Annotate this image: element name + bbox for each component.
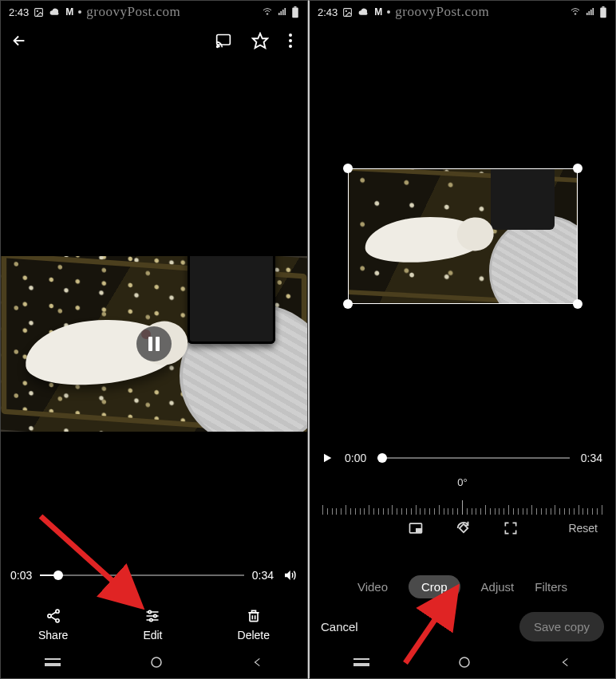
nav-home-icon[interactable] (149, 655, 164, 669)
tab-filters[interactable]: Filters (535, 580, 567, 594)
svg-rect-31 (593, 8, 594, 15)
signal-icon (585, 7, 596, 17)
pause-button[interactable] (136, 326, 172, 361)
time-total: 0:34 (581, 452, 602, 464)
crop-tool-row: Reset (310, 519, 615, 537)
aspect-ratio-icon[interactable] (407, 520, 424, 536)
svg-point-26 (346, 10, 347, 11)
svg-rect-25 (344, 8, 352, 16)
svg-line-24 (41, 516, 136, 602)
app-topbar (1, 23, 307, 58)
battery-icon (599, 6, 607, 18)
svg-rect-5 (282, 10, 284, 15)
screenshot-right: 2:43 M groovyPost.com (308, 0, 616, 679)
svg-rect-36 (416, 528, 422, 533)
edit-scrubber[interactable] (377, 457, 570, 459)
image-icon (342, 7, 353, 18)
svg-point-20 (150, 618, 152, 621)
share-label: Share (38, 629, 68, 641)
back-arrow-icon[interactable] (10, 32, 28, 49)
dot-icon (387, 10, 390, 14)
svg-point-14 (289, 45, 292, 48)
crop-frame[interactable] (348, 168, 578, 304)
svg-point-18 (148, 610, 151, 613)
svg-rect-33 (602, 6, 605, 8)
video-frame[interactable] (1, 256, 307, 432)
svg-point-27 (575, 14, 576, 15)
reset-button[interactable]: Reset (568, 522, 598, 535)
dot-icon (78, 10, 81, 14)
tab-adjust[interactable]: Adjust (481, 580, 515, 594)
cloud-icon (49, 7, 61, 18)
time-current: 0:00 (345, 452, 366, 464)
android-navbar (310, 646, 615, 678)
video-scrubber[interactable]: 0:03 0:34 (10, 568, 298, 582)
crop-handle-br[interactable] (573, 299, 582, 309)
crop-handle-tl[interactable] (343, 164, 353, 173)
svg-rect-30 (590, 10, 592, 15)
status-bar: 2:43 M groovyPost.com (310, 1, 615, 23)
watermark: groovyPost.com (395, 4, 489, 20)
svg-rect-21 (250, 613, 258, 622)
image-icon (34, 7, 44, 18)
tab-crop[interactable]: Crop (409, 575, 460, 598)
crop-handle-tr[interactable] (573, 164, 582, 173)
time-total: 0:34 (252, 569, 274, 582)
svg-point-2 (267, 14, 268, 15)
svg-rect-29 (589, 11, 590, 15)
android-navbar (1, 646, 307, 678)
tab-video[interactable]: Video (357, 580, 388, 594)
svg-rect-3 (278, 13, 280, 15)
delete-label: Delete (238, 629, 270, 641)
svg-point-38 (460, 657, 469, 667)
cast-icon[interactable] (215, 33, 232, 49)
svg-rect-28 (586, 13, 588, 15)
star-icon[interactable] (251, 32, 269, 49)
nav-recents-icon[interactable] (45, 658, 61, 666)
status-bar: 2:43 M groovyPost.com (1, 1, 307, 23)
nav-home-icon[interactable] (457, 655, 472, 669)
time-current: 0:03 (10, 569, 32, 582)
delete-button[interactable]: Delete (238, 608, 270, 641)
watermark: groovyPost.com (86, 4, 180, 20)
svg-rect-4 (281, 11, 282, 15)
action-row: Share Edit Delete (1, 608, 307, 641)
signal-icon (277, 7, 288, 17)
rotation-angle: 0° (310, 476, 615, 488)
svg-point-13 (289, 39, 292, 42)
share-button[interactable]: Share (38, 608, 68, 641)
svg-point-19 (154, 614, 156, 617)
wifi-icon (569, 7, 582, 17)
expand-icon[interactable] (503, 520, 519, 536)
save-copy-button[interactable]: Save copy (519, 612, 604, 641)
edit-label: Edit (143, 629, 162, 641)
rotation-ruler[interactable] (322, 491, 602, 515)
wifi-icon (261, 7, 274, 17)
kebab-icon[interactable] (288, 33, 293, 49)
svg-rect-32 (600, 7, 606, 18)
crop-handle-bl[interactable] (343, 299, 353, 309)
edit-button[interactable]: Edit (143, 608, 162, 641)
clock: 2:43 (9, 6, 29, 18)
svg-rect-8 (294, 6, 297, 8)
gmail-icon: M (374, 6, 382, 18)
svg-rect-0 (35, 8, 43, 16)
cancel-button[interactable]: Cancel (321, 620, 358, 634)
battery-icon (291, 6, 299, 18)
edit-bottom-row: Cancel Save copy (321, 612, 604, 641)
volume-icon[interactable] (282, 568, 298, 582)
nav-recents-icon[interactable] (353, 658, 369, 666)
clock: 2:43 (318, 6, 338, 18)
svg-marker-34 (324, 454, 331, 463)
play-button[interactable] (321, 452, 334, 464)
svg-rect-9 (217, 35, 231, 45)
nav-back-icon[interactable] (560, 656, 571, 669)
cloud-icon (357, 7, 369, 18)
svg-rect-6 (285, 8, 286, 15)
svg-point-22 (152, 657, 161, 667)
rotate-icon[interactable] (455, 519, 472, 537)
svg-point-10 (217, 46, 219, 48)
gmail-icon: M (65, 6, 73, 18)
nav-back-icon[interactable] (252, 656, 263, 669)
svg-point-1 (37, 10, 38, 11)
